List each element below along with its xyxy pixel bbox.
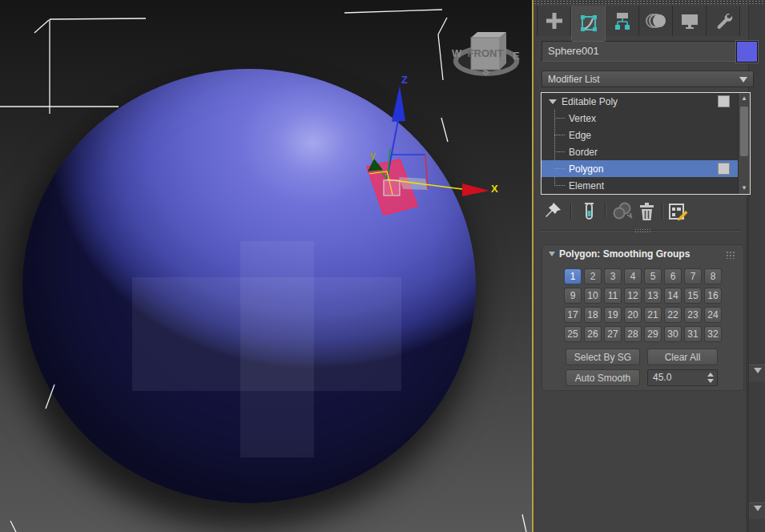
show-end-result-icon[interactable] [578, 201, 599, 222]
perspective-viewport[interactable]: Z X Y W E S [0, 0, 533, 532]
smoothing-group-button-26[interactable]: 26 [584, 326, 602, 342]
smoothing-group-button-1[interactable]: 1 [564, 268, 582, 284]
clear-all-button[interactable]: Clear All [647, 349, 718, 365]
viewcube-east-label[interactable]: E [513, 50, 520, 62]
smoothing-group-button-15[interactable]: 15 [684, 288, 702, 304]
smoothing-group-button-19[interactable]: 19 [604, 307, 622, 323]
tab-create[interactable] [537, 6, 571, 36]
subobject-toggle-icon[interactable] [718, 163, 730, 175]
stack-item-vertex[interactable]: Vertex [542, 110, 739, 127]
rollout-stub[interactable] [749, 365, 765, 381]
smoothing-group-button-22[interactable]: 22 [664, 307, 682, 323]
smoothing-group-button-18[interactable]: 18 [584, 307, 602, 323]
object-color-swatch[interactable] [736, 41, 758, 62]
smoothing-group-button-24[interactable]: 24 [704, 307, 722, 323]
tree-branch [554, 135, 565, 136]
smoothing-group-button-21[interactable]: 21 [644, 307, 662, 323]
x-axis-arrow-icon[interactable] [462, 183, 489, 196]
column-divider [746, 196, 748, 532]
smoothing-group-button-30[interactable]: 30 [664, 326, 682, 342]
y-axis-label: Y [369, 151, 376, 163]
stack-toolbar [533, 200, 748, 224]
threshold-value[interactable]: 45.0 [653, 370, 671, 385]
smoothing-group-button-16[interactable]: 16 [704, 288, 722, 304]
smoothing-group-button-3[interactable]: 3 [604, 268, 622, 284]
modifier-stack: Editable Poly VertexEdgeBorderPolygonEle… [541, 92, 751, 195]
smoothing-group-button-7[interactable]: 7 [684, 268, 702, 284]
smoothing-group-button-28[interactable]: 28 [624, 326, 642, 342]
smoothing-group-button-23[interactable]: 23 [684, 307, 702, 323]
panel-drag-handle[interactable] [533, 0, 765, 4]
smoothing-group-button-11[interactable]: 11 [604, 288, 622, 304]
viewcube-west-label[interactable]: W [452, 47, 462, 59]
stack-scrollbar[interactable]: ▲ ▼ [738, 93, 750, 194]
modify-icon [578, 13, 599, 34]
wrench-icon [713, 10, 734, 31]
gizmo-center-box[interactable] [384, 180, 400, 195]
pin-stack-icon[interactable] [543, 201, 562, 222]
smoothing-group-button-13[interactable]: 13 [644, 288, 662, 304]
smoothing-group-grid: 1234567891011121314151617181920212223242… [564, 268, 722, 342]
home-grid-lines [0, 10, 526, 532]
viewport-overlay: Z X Y W E S [0, 0, 533, 532]
divider-grip[interactable] [634, 228, 652, 232]
stack-item-edge[interactable]: Edge [542, 127, 739, 143]
transform-gizmo[interactable]: Z X Y [367, 74, 498, 215]
auto-smooth-threshold-spinner[interactable]: 45.0 [647, 369, 718, 386]
select-by-sg-button[interactable]: Select By SG [566, 349, 640, 365]
smoothing-group-button-12[interactable]: 12 [624, 288, 642, 304]
dropdown-arrow-icon [739, 77, 747, 83]
smoothing-group-button-6[interactable]: 6 [664, 268, 682, 284]
object-name-field[interactable]: Sphere001 [542, 41, 738, 62]
smoothing-group-button-20[interactable]: 20 [624, 307, 642, 323]
smoothing-group-button-32[interactable]: 32 [704, 326, 722, 342]
modifier-list-dropdown[interactable]: Modifier List [542, 71, 754, 87]
z-axis-label: Z [401, 74, 408, 86]
spinner-down-icon[interactable] [707, 379, 714, 383]
smoothing-group-button-5[interactable]: 5 [644, 268, 662, 284]
tab-display[interactable] [673, 6, 707, 36]
hierarchy-icon [612, 10, 633, 31]
configure-modifier-sets-icon[interactable] [667, 201, 690, 222]
tree-branch [554, 118, 565, 119]
scroll-down-icon[interactable]: ▼ [741, 185, 747, 191]
rollout-header[interactable]: Polygon: Smoothing Groups [542, 245, 743, 263]
smoothing-group-button-31[interactable]: 31 [684, 326, 702, 342]
tab-utilities[interactable] [707, 6, 740, 36]
tab-modify[interactable] [571, 6, 606, 42]
stack-item-editable-poly[interactable]: Editable Poly [542, 93, 739, 110]
rollout-stub[interactable] [749, 502, 765, 519]
remove-modifier-icon[interactable] [636, 201, 657, 222]
spinner-up-icon[interactable] [707, 373, 714, 377]
spinner-arrows[interactable] [706, 372, 715, 384]
auto-smooth-button[interactable]: Auto Smooth [566, 369, 640, 386]
make-unique-icon[interactable] [610, 201, 634, 222]
viewcube-front-label[interactable]: FRONT [468, 47, 504, 59]
smoothing-group-button-25[interactable]: 25 [564, 326, 582, 342]
stack-item-polygon[interactable]: Polygon [542, 160, 739, 177]
stack-item-element[interactable]: Element [542, 177, 739, 194]
smoothing-group-button-9[interactable]: 9 [564, 288, 582, 304]
tab-hierarchy[interactable] [606, 6, 639, 36]
rollout-smoothing-groups: Polygon: Smoothing Groups 12345678910111… [542, 244, 744, 391]
smoothing-group-button-4[interactable]: 4 [624, 268, 642, 284]
expand-arrow-icon[interactable] [549, 99, 557, 104]
z-axis-arrow-icon[interactable] [392, 86, 405, 122]
stack-item-border[interactable]: Border [542, 143, 739, 160]
scroll-thumb[interactable] [740, 107, 748, 156]
viewcube[interactable]: W E S FRONT [452, 32, 520, 77]
rollout-collapse-icon[interactable] [549, 252, 555, 256]
smoothing-group-button-27[interactable]: 27 [604, 326, 622, 342]
smoothing-group-button-10[interactable]: 10 [584, 288, 602, 304]
rollout-grip-icon[interactable] [726, 251, 736, 259]
tab-motion[interactable] [639, 6, 673, 36]
smoothing-group-button-8[interactable]: 8 [704, 268, 722, 284]
tree-branch [554, 185, 565, 187]
smoothing-group-button-17[interactable]: 17 [564, 307, 582, 323]
smoothing-group-button-29[interactable]: 29 [644, 326, 662, 342]
motion-icon [645, 10, 667, 31]
smoothing-group-button-14[interactable]: 14 [664, 288, 682, 304]
scroll-up-icon[interactable]: ▲ [741, 95, 747, 102]
active-toggle-icon[interactable] [718, 95, 730, 107]
smoothing-group-button-2[interactable]: 2 [584, 268, 602, 284]
